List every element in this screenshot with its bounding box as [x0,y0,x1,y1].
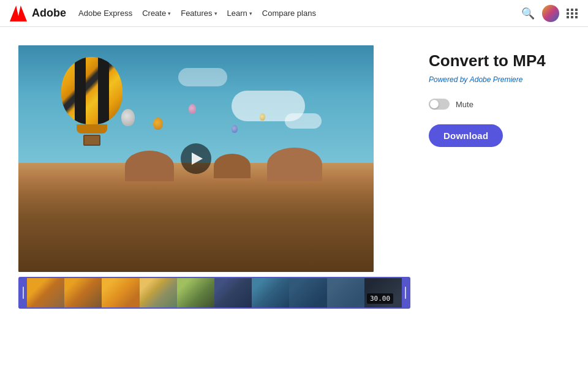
download-button[interactable]: Download [429,124,503,147]
play-button[interactable] [181,143,211,174]
timeline-frame: 30.00 [364,278,402,307]
hot-air-balloon-main [61,57,123,137]
main-area: 30.00 Convert to MP4 Powered by Adobe Pr… [0,27,588,392]
right-panel: Convert to MP4 Powered by Adobe Premiere… [429,45,570,392]
timeline-frame [177,278,214,307]
nav-links: Adobe Express Create ▾ Features ▾ Learn … [78,9,509,18]
terrain [18,163,374,272]
nav-create[interactable]: Create ▾ [142,9,171,18]
adobe-logo-icon [10,5,27,22]
powered-by-brand: Adobe Premiere [470,75,523,84]
chevron-down-icon: ▾ [249,10,252,17]
mute-toggle[interactable] [429,99,450,110]
nav-right: 🔍 [521,5,578,22]
time-badge: 30.00 [367,293,393,304]
adobe-logo[interactable]: Adobe [10,5,66,22]
toggle-knob [430,100,439,108]
timeline-frame [252,278,289,307]
powered-by-text: Powered by Adobe Premiere [429,75,570,84]
timeline-frame [27,278,64,307]
cloud [285,113,322,129]
play-icon [192,153,203,165]
search-icon[interactable]: 🔍 [521,7,535,20]
timeline-frames: 30.00 [27,278,402,307]
brand-name: Adobe [32,7,66,20]
nav-features[interactable]: Features ▾ [181,9,217,18]
timeline-frame [327,278,364,307]
timeline-frame [64,278,102,307]
timeline-frame [214,278,252,307]
timeline-frame [140,278,177,307]
timeline-strip[interactable]: 30.00 [18,277,410,309]
navbar: Adobe Adobe Express Create ▾ Features ▾ … [0,0,588,27]
nav-learn[interactable]: Learn ▾ [227,9,252,18]
chevron-down-icon: ▾ [214,10,217,17]
hot-air-balloon-small [232,125,238,133]
timeline-frame [102,278,139,307]
timeline-handle-left[interactable] [20,277,27,309]
chevron-down-icon: ▾ [168,10,171,17]
svg-marker-1 [10,5,20,21]
mute-label: Mute [456,100,473,109]
timeline-handle-right[interactable] [402,277,409,309]
page-title: Convert to MP4 [429,51,570,70]
hot-air-balloon-small [121,109,135,126]
timeline-frame [289,278,326,307]
mute-row: Mute [429,99,570,110]
nav-adobe-express[interactable]: Adobe Express [78,9,132,18]
apps-grid-icon[interactable] [567,9,578,18]
video-player[interactable] [18,45,374,272]
video-side: 30.00 [18,45,410,392]
avatar[interactable] [542,5,559,22]
cloud [178,68,227,86]
nav-compare-plans[interactable]: Compare plans [262,9,316,18]
